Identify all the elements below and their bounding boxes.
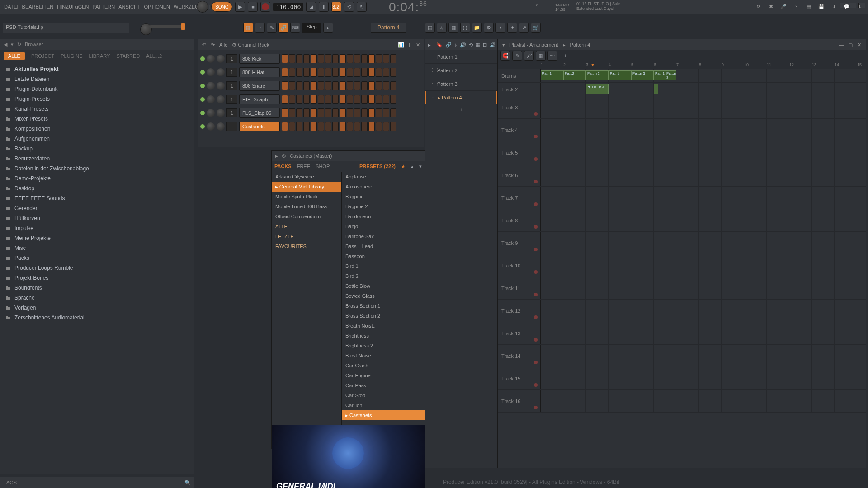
channel-vol-knob[interactable]	[217, 55, 225, 63]
channel-number[interactable]: 1	[226, 81, 237, 90]
step-cell[interactable]	[354, 54, 360, 63]
cr-midi-icon[interactable]: ⫿	[409, 42, 411, 47]
pb-settings-icon[interactable]: ⚙	[282, 153, 286, 159]
plw-add-icon[interactable]: +	[564, 53, 566, 58]
tree-item[interactable]: Sprache	[0, 293, 194, 303]
step-cell[interactable]	[354, 95, 360, 104]
track-header[interactable]: Track 11	[498, 277, 541, 299]
step-cell[interactable]	[361, 81, 368, 90]
browser-tab-all2[interactable]: ALL...2	[146, 53, 162, 59]
tree-item[interactable]: Mixer-Presets	[0, 114, 194, 124]
step-cell[interactable]	[325, 95, 331, 104]
step-cell[interactable]	[296, 122, 302, 131]
preset-item[interactable]: Bass _ Lead	[342, 241, 425, 251]
channel-led[interactable]	[200, 56, 205, 61]
track-arm-dot[interactable]	[534, 202, 538, 206]
tree-item[interactable]: Aufgenommen	[0, 134, 194, 144]
step-cell[interactable]	[303, 95, 310, 104]
step-cell[interactable]	[361, 95, 368, 104]
pack-item[interactable]: Mobile Synth Pluck	[272, 192, 341, 202]
channel-name-button[interactable]: HIP_Snaph	[239, 94, 280, 104]
track-arm-dot[interactable]	[534, 248, 538, 251]
tree-item[interactable]: Dateien in der Zwischenablage	[0, 164, 194, 174]
tree-item[interactable]: Desktop	[0, 183, 194, 193]
cr-graph-icon[interactable]: 📊	[398, 42, 404, 48]
metronome-button[interactable]: ◢	[306, 2, 316, 12]
channel-number[interactable]: 1	[226, 54, 237, 63]
snap-next-button[interactable]: ▸	[323, 23, 333, 33]
track-lane[interactable]	[541, 322, 866, 344]
step-cell[interactable]	[303, 68, 310, 77]
clip[interactable]: Pa...1	[654, 70, 665, 80]
step-cell[interactable]	[361, 108, 368, 117]
snap-value[interactable]: Step	[302, 23, 321, 33]
plw-draw-icon[interactable]: ✎	[512, 51, 522, 61]
track-header[interactable]: Track 3	[498, 96, 541, 118]
step-cell[interactable]	[368, 68, 375, 77]
pack-item[interactable]: Mobile Tuned 808 Bass	[272, 202, 341, 211]
tree-item[interactable]: Projekt-Bones	[0, 273, 194, 283]
tree-item[interactable]: Plugin-Presets	[0, 94, 194, 104]
preset-item[interactable]: Applause	[342, 172, 425, 182]
tree-item[interactable]: Vorlagen	[0, 303, 194, 313]
channel-vol-knob[interactable]	[217, 95, 225, 103]
step-cell[interactable]	[325, 81, 331, 90]
menu-item[interactable]: DATEI	[3, 4, 20, 9]
track-arm-dot[interactable]	[534, 135, 538, 138]
main-knob[interactable]	[197, 1, 208, 13]
keyboard-button[interactable]: ⌨	[290, 23, 300, 33]
step-cell[interactable]	[303, 81, 310, 90]
preset-item[interactable]: Car-Crash	[342, 361, 425, 371]
clip[interactable]: Pa...2	[563, 70, 586, 80]
step-cell[interactable]	[390, 81, 396, 90]
track-arm-dot[interactable]	[534, 180, 538, 183]
snap-button[interactable]: ▦	[243, 23, 253, 33]
playlist-ruler[interactable]: ▼ 123456789101112131415	[498, 61, 866, 69]
preset-item[interactable]: Car-Stop	[342, 390, 425, 400]
track-header[interactable]: Track 16	[498, 390, 541, 412]
step-cell[interactable]	[354, 122, 360, 131]
channel-pan-knob[interactable]	[207, 95, 215, 103]
tree-item[interactable]: Benutzerdaten	[0, 154, 194, 164]
step-cell[interactable]	[368, 122, 375, 131]
step-cell[interactable]	[332, 68, 339, 77]
step-cell[interactable]	[325, 68, 331, 77]
preset-item[interactable]: Car-Pass	[342, 380, 425, 390]
preset-item[interactable]: Burst Noise	[342, 351, 425, 361]
step-cell[interactable]	[332, 95, 339, 104]
step-cell[interactable]	[347, 95, 353, 104]
track-lane[interactable]	[541, 254, 866, 277]
step-cell[interactable]	[383, 81, 389, 90]
track-lane[interactable]	[541, 141, 866, 164]
preset-item[interactable]: Breath NoisE	[342, 321, 425, 331]
add-channel-button[interactable]: +	[198, 135, 424, 147]
step-cell[interactable]	[325, 122, 331, 131]
pb-up-icon[interactable]: ▴	[411, 164, 414, 169]
step-cell[interactable]	[296, 81, 302, 90]
step-cell[interactable]	[376, 81, 382, 90]
step-cell[interactable]	[376, 54, 382, 63]
clip[interactable]	[654, 84, 658, 94]
shop-button[interactable]: 🛒	[531, 23, 541, 33]
step-cell[interactable]	[340, 54, 346, 63]
clip[interactable]: Pa...n 3	[631, 70, 654, 80]
step-cell[interactable]	[303, 108, 310, 117]
pb-tab-packs[interactable]: PACKS	[274, 164, 292, 169]
step-cell[interactable]	[390, 108, 396, 117]
preset-item[interactable]: Brass Section 1	[342, 301, 425, 311]
channel-number[interactable]: ---	[226, 122, 237, 131]
browser-tab-alle[interactable]: ALLE	[4, 52, 25, 60]
step-cell[interactable]	[296, 54, 302, 63]
step-cell[interactable]	[311, 95, 317, 104]
clip[interactable]: Pa...1	[541, 70, 563, 80]
midi-icon[interactable]: ✖	[766, 1, 776, 11]
pianoroll-button[interactable]: ♫	[437, 23, 447, 33]
step-cell[interactable]	[318, 95, 324, 104]
step-cell[interactable]	[340, 122, 346, 131]
link-button[interactable]: →	[255, 23, 265, 33]
step-cell[interactable]	[383, 54, 389, 63]
track-header[interactable]: Drums	[498, 69, 541, 82]
tree-item[interactable]: Hüllkurven	[0, 213, 194, 223]
cr-filter[interactable]: Alle	[219, 42, 227, 47]
step-cell[interactable]	[282, 54, 288, 63]
